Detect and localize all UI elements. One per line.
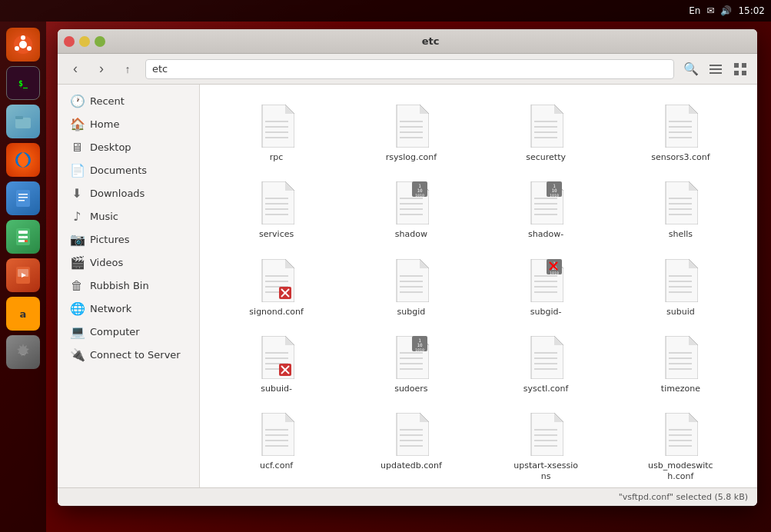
up-button[interactable]: ↑ bbox=[116, 58, 139, 80]
file-icon bbox=[659, 333, 702, 382]
file-item[interactable]: subuid bbox=[616, 251, 745, 322]
sidebar-item-rubbish[interactable]: 🗑Rubbish Bin bbox=[61, 274, 196, 297]
file-icon: 1 10 1010 bbox=[390, 178, 433, 228]
svg-rect-14 bbox=[18, 236, 22, 238]
svg-rect-19 bbox=[25, 240, 28, 242]
file-item[interactable]: timezone bbox=[616, 328, 745, 399]
file-icon bbox=[255, 178, 298, 228]
file-item[interactable]: rpc bbox=[212, 97, 341, 168]
file-name: sudoers bbox=[394, 384, 427, 394]
sidebar-item-connect[interactable]: 🔌Connect to Server bbox=[61, 344, 196, 366]
sidebar-item-desktop[interactable]: 🖥Desktop bbox=[61, 136, 196, 158]
svg-text:1010: 1010 bbox=[550, 193, 559, 198]
svg-rect-5 bbox=[15, 118, 31, 128]
sidebar-item-recent[interactable]: 🕐Recent bbox=[61, 90, 196, 112]
dock-writer-button[interactable] bbox=[6, 181, 40, 215]
file-item[interactable]: subgid bbox=[347, 251, 475, 322]
dock-terminal-button[interactable]: $_ bbox=[6, 66, 40, 100]
file-item[interactable]: 1 10 1010 subgid- bbox=[482, 251, 610, 322]
sidebar-item-documents[interactable]: 📄Documents bbox=[61, 159, 196, 181]
sidebar-icon-recent: 🕐 bbox=[70, 94, 84, 108]
svg-rect-24 bbox=[710, 65, 722, 66]
dock-files-button[interactable] bbox=[6, 105, 40, 138]
file-item[interactable]: upstart-xsessions bbox=[482, 405, 610, 487]
back-button[interactable]: ‹ bbox=[64, 58, 87, 80]
close-button[interactable] bbox=[64, 36, 75, 47]
file-name: timezone bbox=[661, 384, 700, 394]
keyboard-indicator[interactable]: En bbox=[689, 5, 700, 16]
file-item[interactable]: services bbox=[212, 174, 341, 244]
search-button[interactable]: 🔍 bbox=[680, 58, 702, 80]
file-item[interactable]: securetty bbox=[482, 97, 610, 168]
minimize-button[interactable] bbox=[79, 36, 90, 47]
sidebar-item-computer[interactable]: 💻Computer bbox=[61, 321, 196, 343]
file-item[interactable]: rsyslog.conf bbox=[347, 97, 475, 168]
file-item[interactable]: subuid- bbox=[212, 328, 341, 399]
file-item[interactable]: ucf.conf bbox=[212, 405, 341, 487]
file-name: upstart-xsessions bbox=[511, 461, 580, 483]
svg-rect-28 bbox=[742, 63, 746, 68]
file-icon bbox=[659, 101, 702, 151]
file-item[interactable]: 1 10 1010 sudoers bbox=[347, 328, 475, 399]
file-item[interactable]: 1 10 1010 shadow bbox=[347, 174, 475, 244]
svg-rect-29 bbox=[734, 71, 739, 75]
svg-rect-11 bbox=[18, 200, 25, 201]
dock-settings-button[interactable] bbox=[6, 335, 40, 369]
svg-text:1010: 1010 bbox=[415, 347, 424, 352]
email-indicator[interactable]: ✉ bbox=[706, 5, 714, 16]
sidebar-item-network[interactable]: 🌐Network bbox=[61, 298, 196, 320]
sidebar-icon-documents: 📄 bbox=[70, 163, 84, 178]
file-name: securetty bbox=[526, 152, 566, 163]
file-name: subgid- bbox=[530, 307, 562, 318]
file-icon bbox=[255, 256, 298, 305]
forward-button[interactable]: › bbox=[90, 58, 113, 80]
main-content: 🕐Recent🏠Home🖥Desktop📄Documents⬇Downloads… bbox=[58, 85, 757, 487]
file-name: sysctl.conf bbox=[523, 384, 569, 394]
file-item[interactable]: usb_modeswitch.conf bbox=[616, 405, 745, 487]
file-icon bbox=[390, 410, 433, 459]
file-item[interactable]: sysctl.conf bbox=[482, 328, 610, 399]
sidebar-item-pictures[interactable]: 📷Pictures bbox=[61, 228, 196, 251]
svg-rect-8 bbox=[16, 190, 30, 207]
file-item[interactable]: signond.conf bbox=[212, 251, 341, 322]
file-item[interactable]: 1 10 1010 shadow- bbox=[482, 174, 610, 244]
volume-indicator[interactable]: 🔊 bbox=[720, 5, 732, 16]
file-item[interactable]: shells bbox=[616, 174, 745, 244]
file-icon bbox=[255, 410, 298, 459]
sidebar-item-videos[interactable]: 🎬Videos bbox=[61, 251, 196, 274]
sidebar-item-downloads[interactable]: ⬇Downloads bbox=[61, 182, 196, 204]
dock-firefox-button[interactable] bbox=[6, 143, 40, 177]
list-view-button[interactable] bbox=[705, 58, 726, 80]
file-name: rsyslog.conf bbox=[386, 152, 437, 163]
clock: 15:02 bbox=[738, 5, 765, 16]
sidebar-icon-home: 🏠 bbox=[70, 117, 84, 131]
sidebar-item-music[interactable]: ♪Music bbox=[61, 205, 196, 228]
toolbar: ‹ › ↑ etc 🔍 bbox=[58, 54, 757, 85]
breadcrumb[interactable]: etc bbox=[145, 59, 674, 79]
file-icon bbox=[659, 256, 702, 305]
breadcrumb-text: etc bbox=[152, 63, 168, 75]
sidebar-icon-rubbish: 🗑 bbox=[70, 278, 84, 293]
dock-calc-button[interactable] bbox=[6, 220, 40, 254]
maximize-button[interactable] bbox=[95, 36, 105, 47]
file-item[interactable]: sensors3.conf bbox=[616, 97, 745, 168]
sidebar-label-downloads: Downloads bbox=[90, 188, 145, 199]
status-text: "vsftpd.conf" selected (5.8 kB) bbox=[619, 492, 748, 502]
file-name: ucf.conf bbox=[260, 461, 293, 471]
file-icon bbox=[524, 333, 567, 382]
file-item[interactable]: updatedb.conf bbox=[347, 405, 475, 487]
sidebar-icon-music: ♪ bbox=[70, 209, 84, 224]
svg-text:1010: 1010 bbox=[415, 193, 424, 198]
dock-amazon-button[interactable]: a bbox=[6, 297, 40, 331]
svg-rect-6 bbox=[15, 116, 23, 119]
sidebar-item-home[interactable]: 🏠Home bbox=[61, 113, 196, 135]
file-grid[interactable]: rpc rsyslog.conf securetty sensors3.conf… bbox=[200, 85, 757, 487]
dock-ubuntu-button[interactable] bbox=[6, 28, 40, 62]
grid-view-button[interactable] bbox=[729, 58, 751, 80]
sidebar-label-documents: Documents bbox=[90, 165, 147, 176]
file-manager-window: etc ‹ › ↑ etc 🔍 🕐Recent🏠Home🖥Desktop📄Doc… bbox=[58, 29, 757, 506]
file-name: subgid bbox=[397, 307, 426, 318]
dock-impress-button[interactable] bbox=[6, 258, 40, 292]
sidebar-icon-videos: 🎬 bbox=[70, 255, 84, 270]
file-icon bbox=[524, 410, 567, 459]
